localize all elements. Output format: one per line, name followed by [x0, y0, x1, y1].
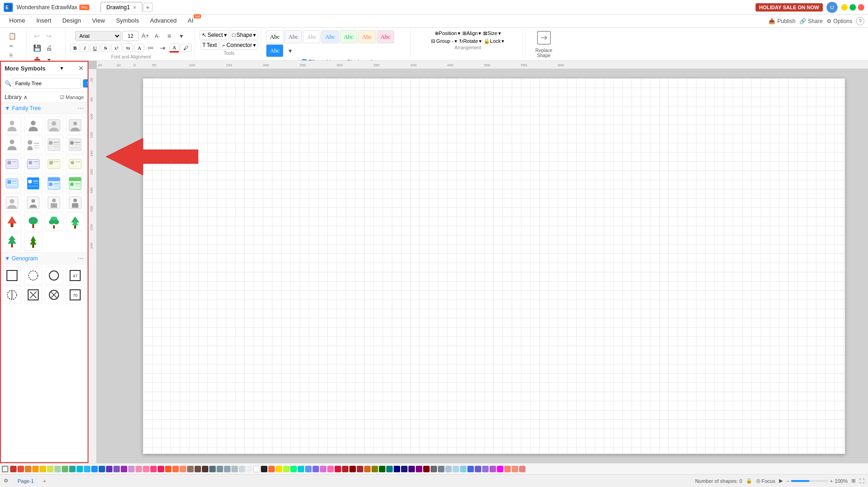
color-swatch-30[interactable]: [224, 466, 230, 472]
color-swatch-3[interactable]: [25, 466, 31, 472]
geno-square[interactable]: [3, 266, 21, 285]
options-button[interactable]: ⚙ Options: [827, 18, 852, 24]
no-fill-swatch[interactable]: [2, 466, 8, 472]
ft-collapse-icon[interactable]: ▼: [5, 105, 10, 111]
color-swatch-indigo[interactable]: [408, 466, 415, 472]
superscript-button[interactable]: x²: [111, 44, 122, 52]
symbol-card-3[interactable]: [45, 135, 63, 154]
geno-number-70[interactable]: 70: [66, 286, 84, 304]
color-swatch-28[interactable]: [209, 466, 216, 472]
color-swatch-5[interactable]: [40, 466, 46, 472]
geno-circle-dotted[interactable]: [24, 266, 42, 285]
color-swatch-skyblue[interactable]: [460, 466, 466, 472]
zoom-slider[interactable]: [791, 480, 828, 482]
ft-options-icon[interactable]: ⋯: [77, 105, 84, 112]
color-swatch-gold[interactable]: [276, 466, 282, 472]
play-button[interactable]: ▶: [779, 478, 783, 484]
add-page-icon[interactable]: +: [43, 478, 46, 484]
rotate-dropdown[interactable]: ▾: [479, 38, 482, 44]
text-align-dropdown[interactable]: ▾: [176, 30, 187, 41]
symbol-person-1[interactable]: [3, 116, 21, 135]
share-button[interactable]: 🔗 Share: [799, 18, 823, 24]
symbol-tree-4[interactable]: [66, 213, 84, 231]
fullscreen-button[interactable]: ⛶: [859, 478, 864, 484]
color-swatch-20[interactable]: [150, 466, 157, 472]
color-swatch-hotpink[interactable]: [327, 466, 334, 472]
color-swatch-black[interactable]: [261, 466, 267, 472]
italic-button[interactable]: I: [81, 44, 89, 52]
group-button[interactable]: ⊟ Group - ▾: [431, 38, 457, 44]
symbol-person-3[interactable]: [45, 116, 63, 135]
color-swatch-32[interactable]: [239, 466, 245, 472]
symbol-simplecard-2[interactable]: [24, 194, 42, 212]
search-input[interactable]: [13, 78, 81, 89]
color-swatch-brown[interactable]: [357, 466, 363, 472]
fit-page-button[interactable]: ⊞: [851, 478, 856, 484]
styles-more-icon[interactable]: ▾: [284, 45, 295, 56]
position-button[interactable]: ⊕Position▾: [435, 30, 461, 36]
color-swatch-orange[interactable]: [268, 466, 275, 472]
color-swatch-16[interactable]: [121, 466, 127, 472]
color-swatch-13[interactable]: [99, 466, 105, 472]
close-button[interactable]: [858, 4, 864, 11]
color-swatch-darkred[interactable]: [349, 466, 356, 472]
size-button[interactable]: ⊠Size▾: [483, 30, 501, 36]
drawing1-tab[interactable]: Drawing1 ✕: [100, 2, 142, 12]
new-tab-button[interactable]: +: [143, 3, 153, 12]
color-swatch-slategray[interactable]: [438, 466, 444, 472]
color-swatch-18[interactable]: [136, 466, 142, 472]
color-swatch-7[interactable]: [54, 466, 61, 472]
add-page-button[interactable]: ⚙: [4, 478, 8, 484]
abc-style-2[interactable]: Abc: [284, 30, 302, 43]
symbol-idcard-3[interactable]: [45, 155, 63, 173]
more-button[interactable]: ▾: [43, 54, 54, 61]
color-swatch-6[interactable]: [47, 466, 53, 472]
symbol-idcard-1[interactable]: [3, 155, 21, 173]
abc-style-6[interactable]: Abc: [358, 30, 376, 43]
color-swatch-24[interactable]: [180, 466, 186, 472]
align-dropdown[interactable]: ▾: [478, 30, 481, 36]
symbol-tree-2[interactable]: [24, 213, 42, 231]
color-swatch-17[interactable]: [128, 466, 135, 472]
search-button[interactable]: Search: [83, 79, 89, 88]
color-swatch-darkteal[interactable]: [386, 466, 393, 472]
color-swatch-chocolate[interactable]: [364, 466, 371, 472]
color-swatch-26[interactable]: [195, 466, 201, 472]
symbol-simplecard-1[interactable]: [3, 194, 21, 212]
color-swatch-lightblue[interactable]: [453, 466, 459, 472]
color-swatch-lime[interactable]: [283, 466, 289, 472]
text-align-icon[interactable]: ≡: [164, 30, 175, 41]
align-button[interactable]: ⊞Align▾: [462, 30, 481, 36]
color-swatch-29[interactable]: [217, 466, 223, 472]
font-family-select[interactable]: Arial: [75, 31, 121, 41]
abc-style-4[interactable]: Abc: [321, 30, 339, 43]
replace-shape-button[interactable]: Replace Shape: [525, 28, 562, 61]
maximize-button[interactable]: [850, 4, 856, 11]
color-swatch-33[interactable]: [246, 466, 253, 472]
color-swatch-medorchid[interactable]: [490, 466, 496, 472]
color-swatch-midnightblue[interactable]: [401, 466, 407, 472]
font-size-increase[interactable]: A+: [140, 30, 151, 41]
color-swatch-2[interactable]: [18, 466, 24, 472]
color-swatch-teal[interactable]: [298, 466, 304, 472]
position-dropdown[interactable]: ▾: [458, 30, 461, 36]
symbol-pinetree-2[interactable]: [24, 232, 42, 251]
color-swatch-maroon[interactable]: [423, 466, 430, 472]
panel-close-icon[interactable]: ✕: [78, 65, 84, 72]
color-swatch-darksalmon[interactable]: [512, 466, 518, 472]
color-swatch-crimson[interactable]: [335, 466, 341, 472]
page-indicator[interactable]: Page-1: [14, 477, 37, 485]
geno-number-47[interactable]: 47: [66, 266, 84, 285]
undo-button[interactable]: ↩: [31, 30, 42, 41]
zoom-out-button[interactable]: −: [786, 478, 789, 484]
color-swatch-red[interactable]: [10, 466, 17, 472]
clipboard-icon[interactable]: 📋: [6, 30, 18, 41]
color-swatch-darkgreen[interactable]: [379, 466, 385, 472]
color-swatch-22[interactable]: [165, 466, 171, 472]
highlight-button[interactable]: 🖊: [180, 44, 192, 52]
color-swatch-orchid[interactable]: [320, 466, 326, 472]
manage-link[interactable]: ☑ Manage: [60, 94, 84, 100]
color-swatch-lightcoral[interactable]: [519, 466, 526, 472]
abc-style-3[interactable]: Abc: [303, 30, 320, 43]
color-swatch-mediumpurple[interactable]: [482, 466, 489, 472]
